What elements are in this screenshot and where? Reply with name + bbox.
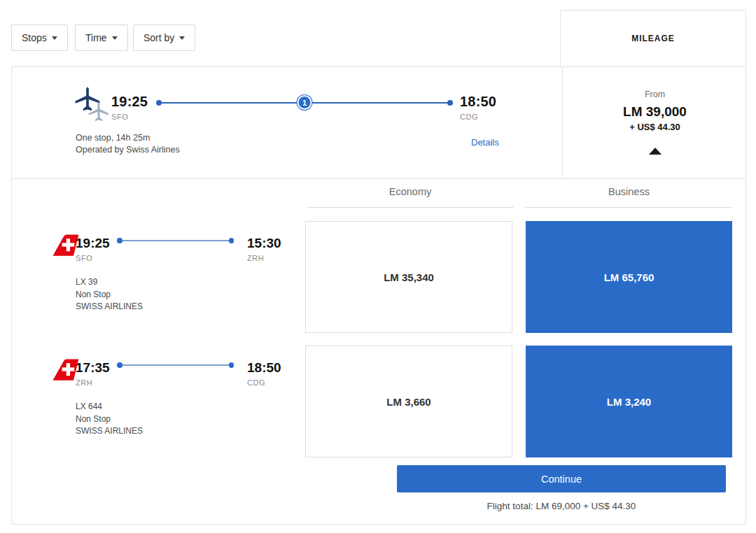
sort-by-filter-label: Sort by (144, 32, 174, 43)
mileage-header-label: MILEAGE (631, 34, 675, 43)
segment-arrival: 18:50 CDG (247, 360, 281, 387)
segment-arrival: 15:30 ZRH (247, 236, 281, 262)
segment-flight-number: LX 644 (76, 401, 143, 413)
continue-button[interactable]: Continue (397, 465, 726, 492)
route-end-dot (229, 238, 234, 243)
segment-arrival-airport: ZRH (247, 254, 281, 262)
segment-departure-airport: ZRH (76, 378, 110, 387)
summary-arrival-time: 18:50 (460, 94, 496, 110)
stops-filter-label: Stops (22, 32, 47, 43)
route-start-dot (156, 100, 162, 106)
segment-stops-text: Non Stop (76, 413, 143, 426)
time-filter-button[interactable]: Time (75, 24, 128, 51)
economy-fare-value: LM 35,340 (384, 271, 434, 283)
segment-departure-time: 19:25 (76, 236, 110, 251)
summary-departure: 19:25 SFO (111, 94, 148, 121)
business-header-rule (526, 207, 732, 208)
route-end-dot (447, 100, 453, 106)
operated-by-text: Operated by Swiss Airlines (76, 144, 180, 156)
chevron-down-icon (52, 36, 57, 40)
segment-route-line (117, 240, 234, 241)
summary-stop-info: One stop, 14h 25m Operated by Swiss Airl… (76, 132, 180, 156)
flight-total-text: Flight total: LM 69,000 + US$ 44.30 (397, 501, 726, 511)
segment-flight-number: LX 39 (76, 276, 143, 289)
economy-fare-cell[interactable]: LM 3,660 (305, 346, 512, 457)
details-link[interactable]: Details (471, 137, 499, 148)
chevron-down-icon (179, 36, 185, 40)
stops-filter-button[interactable]: Stops (11, 24, 68, 51)
segment-arrival-airport: CDG (247, 378, 281, 387)
price-taxes-value: + US$ 44.30 (563, 122, 747, 132)
business-fare-value: LM 3,240 (607, 396, 651, 408)
sort-by-filter-button[interactable]: Sort by (133, 24, 195, 51)
segment-departure-airport: SFO (76, 254, 110, 262)
segment-stops-text: Non Stop (76, 289, 143, 301)
segment-carrier-name: SWISS AIRLINES (76, 301, 143, 313)
segment-arrival-time: 15:30 (247, 236, 281, 251)
economy-header-label: Economy (307, 186, 514, 197)
price-miles-value: LM 39,000 (563, 104, 747, 120)
airplanes-icon (74, 85, 114, 126)
economy-fare-cell[interactable]: LM 35,340 (305, 221, 512, 333)
economy-fare-value: LM 3,660 (386, 396, 430, 408)
segment-carrier-name: SWISS AIRLINES (76, 425, 143, 438)
business-column-header: Business (526, 186, 732, 208)
segment-meta: LX 39 Non Stop SWISS AIRLINES (76, 276, 143, 313)
route-end-dot (229, 362, 234, 368)
segment-meta: LX 644 Non Stop SWISS AIRLINES (76, 401, 143, 438)
segment-departure: 19:25 SFO (76, 236, 110, 262)
time-filter-label: Time (85, 32, 107, 43)
summary-departure-airport: SFO (111, 113, 148, 121)
summary-arrival-airport: CDG (460, 113, 496, 121)
flight-summary-row: 19:25 SFO 1 18:50 CDG One stop, 14h 25m … (12, 67, 746, 179)
chevron-down-icon (112, 36, 118, 40)
stop-duration-text: One stop, 14h 25m (76, 132, 180, 144)
segment-route-line (117, 364, 234, 366)
economy-header-rule (307, 207, 514, 208)
mileage-price-cell[interactable]: From LM 39,000 + US$ 44.30 (563, 67, 747, 179)
economy-column-header: Economy (307, 186, 514, 208)
flight-results-page: Stops Time Sort by MILEAGE 19:25 S (0, 0, 756, 533)
summary-route-timeline: 1 (156, 102, 453, 104)
business-fare-value: LM 65,760 (604, 271, 654, 283)
summary-arrival: 18:50 CDG (460, 94, 496, 121)
segment-departure-time: 17:35 (76, 360, 110, 376)
route-start-dot (117, 238, 122, 243)
collapse-arrow-icon[interactable] (649, 148, 662, 155)
segment-arrival-time: 18:50 (247, 360, 281, 376)
price-from-label: From (563, 90, 747, 99)
route-start-dot (117, 362, 122, 368)
flight-result-card: 19:25 SFO 1 18:50 CDG One stop, 14h 25m … (11, 66, 746, 525)
segment-departure: 17:35 ZRH (76, 360, 110, 387)
stop-count-badge: 1 (298, 95, 312, 110)
mileage-column-header: MILEAGE (560, 10, 746, 67)
business-header-label: Business (526, 186, 732, 197)
business-fare-cell[interactable]: LM 3,240 (526, 346, 732, 457)
summary-departure-time: 19:25 (111, 94, 148, 110)
business-fare-cell[interactable]: LM 65,760 (526, 221, 732, 333)
